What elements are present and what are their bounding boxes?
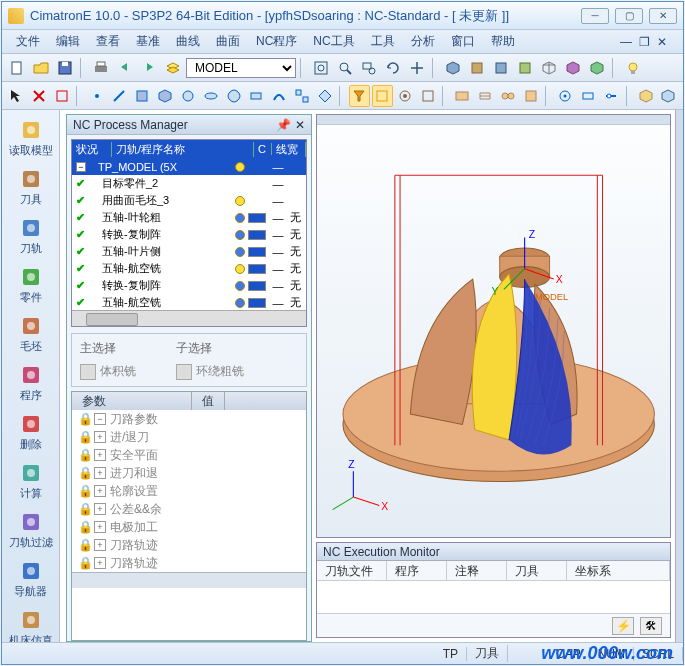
face-icon[interactable] — [132, 85, 153, 107]
nc-row[interactable]: ✔转换-复制阵—无 — [72, 277, 306, 294]
exec-col-folder[interactable]: 刀轨文件夹 — [317, 561, 387, 580]
param-row[interactable]: 🔒+进刀和退 — [72, 464, 306, 482]
nc-row[interactable]: ✔用曲面毛坯_3— — [72, 192, 306, 209]
obj4-icon[interactable] — [246, 85, 267, 107]
layers-icon[interactable] — [162, 57, 184, 79]
save-icon[interactable] — [54, 57, 76, 79]
param-row[interactable]: 🔒+轮廓设置 — [72, 482, 306, 500]
param-row[interactable]: 🔒+电极加工 — [72, 518, 306, 536]
menu-analyze[interactable]: 分析 — [405, 31, 441, 52]
nc-row[interactable]: ✔转换-复制阵—无 — [72, 226, 306, 243]
exec-col-tool[interactable]: 刀具 — [507, 561, 567, 580]
obj2-icon[interactable] — [200, 85, 221, 107]
end2-icon[interactable] — [658, 85, 679, 107]
left-tool-6[interactable]: 删除 — [6, 410, 56, 455]
cfg3-icon[interactable] — [601, 85, 622, 107]
obj6-icon[interactable] — [292, 85, 313, 107]
zoom-fit-icon[interactable] — [310, 57, 332, 79]
left-tool-2[interactable]: 刀轨 — [6, 214, 56, 259]
mdi-close-icon[interactable]: ✕ — [655, 35, 669, 49]
open-icon[interactable] — [30, 57, 52, 79]
menu-help[interactable]: 帮助 — [485, 31, 521, 52]
nc-row[interactable]: ✔五轴-航空铣—无 — [72, 294, 306, 310]
pin-icon[interactable]: 📌 — [276, 118, 291, 132]
param-row[interactable]: 🔒−刀路参数 — [72, 410, 306, 428]
param-row[interactable]: 🔒+刀路轨迹 — [72, 554, 306, 572]
param-row[interactable]: 🔒+安全平面 — [72, 446, 306, 464]
left-tool-1[interactable]: 刀具 — [6, 165, 56, 210]
param-row[interactable]: 🔒+进/退刀 — [72, 428, 306, 446]
left-tool-9[interactable]: 导航器 — [6, 557, 56, 602]
menu-curve[interactable]: 曲线 — [170, 31, 206, 52]
minimize-button[interactable]: ─ — [581, 8, 609, 24]
grp4-icon[interactable] — [521, 85, 542, 107]
front-view-icon[interactable] — [490, 57, 512, 79]
obj1-icon[interactable] — [178, 85, 199, 107]
viewport-vscroll[interactable] — [675, 110, 683, 642]
viewport-3d[interactable]: Z X Y MODEL Z X — [316, 114, 671, 538]
body-icon[interactable] — [155, 85, 176, 107]
mdi-restore-icon[interactable]: ❐ — [637, 35, 651, 49]
shaded-icon[interactable] — [562, 57, 584, 79]
param-row[interactable]: 🔒+公差&&余 — [72, 500, 306, 518]
filter1-icon[interactable] — [349, 85, 370, 107]
top-view-icon[interactable] — [466, 57, 488, 79]
menu-tools[interactable]: 工具 — [365, 31, 401, 52]
light-icon[interactable] — [622, 57, 644, 79]
grp2-icon[interactable] — [475, 85, 496, 107]
menu-window[interactable]: 窗口 — [445, 31, 481, 52]
left-tool-4[interactable]: 毛坯 — [6, 312, 56, 357]
pan-icon[interactable] — [406, 57, 428, 79]
cfg1-icon[interactable] — [555, 85, 576, 107]
nc-hscroll[interactable] — [72, 310, 306, 326]
obj7-icon[interactable] — [314, 85, 335, 107]
menu-view[interactable]: 查看 — [90, 31, 126, 52]
param-row[interactable]: 🔒+刀路轨迹 — [72, 536, 306, 554]
mdi-minimize-icon[interactable]: — — [619, 35, 633, 49]
maximize-button[interactable]: ▢ — [615, 8, 643, 24]
grp1-icon[interactable] — [452, 85, 473, 107]
side-view-icon[interactable] — [514, 57, 536, 79]
left-tool-8[interactable]: 刀轨过滤 — [6, 508, 56, 553]
select-x-icon[interactable] — [29, 85, 50, 107]
param-tabs[interactable] — [72, 572, 306, 588]
vis2-icon[interactable] — [417, 85, 438, 107]
obj3-icon[interactable] — [223, 85, 244, 107]
nc-tree[interactable]: 状况 刀轨/程序名称 C 线宽 −TP_MODEL (5X—✔目标零件_2—✔用… — [71, 139, 307, 327]
left-tool-3[interactable]: 零件 — [6, 263, 56, 308]
menu-ncprog[interactable]: NC程序 — [250, 31, 303, 52]
nc-row[interactable]: ✔五轴-叶片侧—无 — [72, 243, 306, 260]
nc-row[interactable]: ✔五轴-叶轮粗—无 — [72, 209, 306, 226]
grp3-icon[interactable] — [498, 85, 519, 107]
rotate-icon[interactable] — [382, 57, 404, 79]
exec-col-prog[interactable]: 程序 — [387, 561, 447, 580]
line-icon[interactable] — [109, 85, 130, 107]
hidden-icon[interactable] — [586, 57, 608, 79]
panel-close-icon[interactable]: ✕ — [295, 118, 305, 132]
nc-row[interactable]: −TP_MODEL (5X— — [72, 158, 306, 175]
cfg2-icon[interactable] — [578, 85, 599, 107]
undo-icon[interactable] — [114, 57, 136, 79]
left-tool-5[interactable]: 程序 — [6, 361, 56, 406]
filter-red-icon[interactable] — [52, 85, 73, 107]
filter2-icon[interactable] — [372, 85, 393, 107]
end1-icon[interactable] — [635, 85, 656, 107]
exec-col-note[interactable]: 注释 — [447, 561, 507, 580]
exec-run-icon[interactable]: ⚡ — [612, 617, 634, 635]
zoom-window-icon[interactable] — [358, 57, 380, 79]
exec-opt-icon[interactable]: 🛠 — [640, 617, 662, 635]
wireframe-icon[interactable] — [538, 57, 560, 79]
left-tool-10[interactable]: 机床仿真 — [6, 606, 56, 642]
nc-row[interactable]: ✔目标零件_2— — [72, 175, 306, 192]
nc-row[interactable]: ✔五轴-航空铣—无 — [72, 260, 306, 277]
exec-body[interactable] — [317, 581, 670, 613]
menu-nctool[interactable]: NC工具 — [307, 31, 360, 52]
iso-view-icon[interactable] — [442, 57, 464, 79]
pt-icon[interactable] — [86, 85, 107, 107]
left-tool-0[interactable]: 读取模型 — [6, 116, 56, 161]
menu-datum[interactable]: 基准 — [130, 31, 166, 52]
zoom-in-icon[interactable] — [334, 57, 356, 79]
print-icon[interactable] — [90, 57, 112, 79]
menu-file[interactable]: 文件 — [10, 31, 46, 52]
menu-edit[interactable]: 编辑 — [50, 31, 86, 52]
